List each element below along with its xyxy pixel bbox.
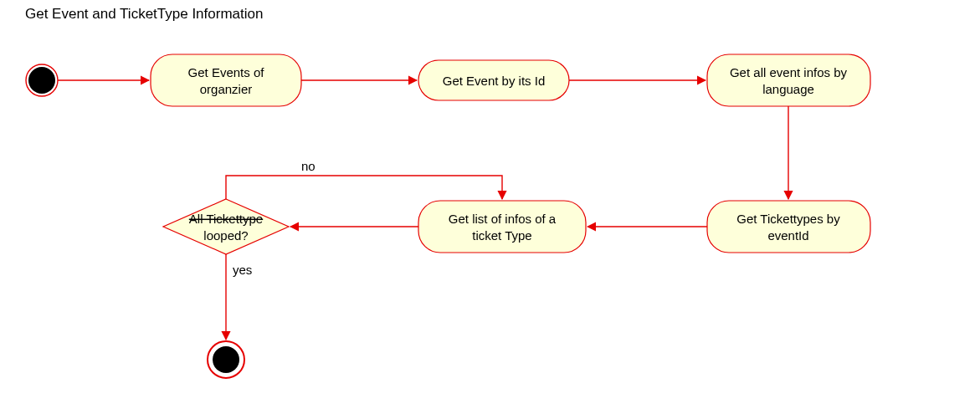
start-node	[26, 64, 58, 96]
node-get-event-by-id: Get Event by its Id	[418, 60, 569, 100]
edge-label-no: no	[301, 159, 316, 173]
node-label: Get Event by its Id	[443, 74, 546, 88]
node-label: ticket Type	[472, 228, 531, 243]
svg-point-9	[213, 346, 239, 373]
svg-point-1	[28, 67, 55, 94]
decision-label: All Tickettype	[189, 212, 263, 226]
node-label: Get all event infos by	[730, 65, 848, 79]
node-get-event-infos-by-language: Get all event infos by language	[707, 54, 870, 106]
decision-label: looped?	[203, 228, 248, 243]
activity-diagram: Get Event and TicketType Information Get…	[0, 0, 980, 419]
node-get-ticket-type-infos: Get list of infos of a ticket Type	[418, 201, 586, 253]
node-label: eventId	[767, 228, 808, 243]
edge-label-yes: yes	[233, 263, 252, 277]
node-get-events-of-organizer: Get Events of organzier	[151, 54, 301, 106]
svg-rect-2	[151, 54, 301, 106]
svg-rect-6	[418, 201, 586, 253]
node-label: organzier	[200, 82, 253, 96]
node-label: language	[762, 82, 814, 96]
svg-rect-5	[707, 201, 870, 253]
diagram-title: Get Event and TicketType Information	[25, 6, 263, 22]
node-label: Get Events of	[188, 65, 265, 79]
node-label: Get Tickettypes by	[736, 212, 840, 226]
svg-rect-4	[707, 54, 870, 106]
edge-decision-no	[226, 176, 502, 199]
node-get-tickettypes-by-eventid: Get Tickettypes by eventId	[707, 201, 870, 253]
node-label: Get list of infos of a	[449, 212, 557, 226]
decision-all-tickettype-looped: All Tickettype looped?	[163, 199, 289, 254]
end-node	[208, 341, 244, 378]
svg-marker-7	[163, 199, 289, 254]
